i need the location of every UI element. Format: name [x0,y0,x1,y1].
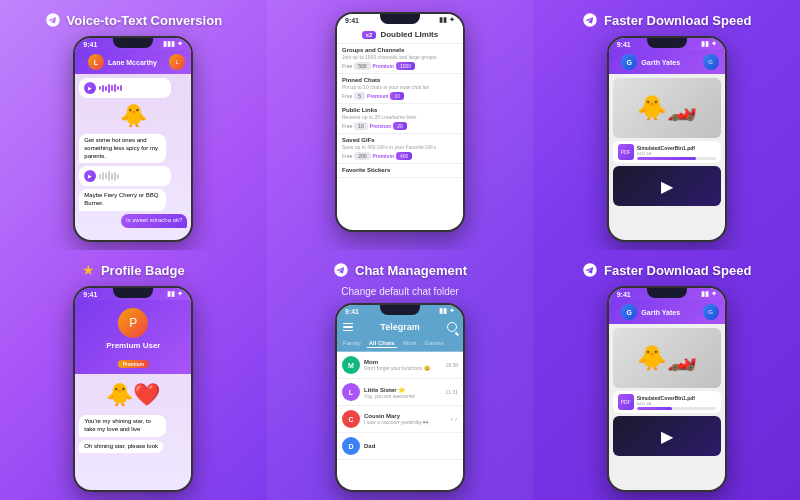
waveform-2 [99,171,119,181]
folder-allchats[interactable]: All Chats [367,339,397,348]
limit-desc-public: Reserve up to 20 t.me/name links [342,114,458,120]
contact-info-sister: Little Sister ⭐ Yay, you are awesome! [364,386,441,399]
feature-header-download-2: Faster Download Speed [582,262,751,278]
progress-bar-2 [637,407,716,410]
contact-name-dad: Dad [364,443,458,449]
telegram-title: Telegram [380,322,419,332]
profile-badge-cell: ★ Profile Badge 9:41 ▮▮ ✦ P Premium User… [0,250,267,500]
feature-header-profile: ★ Profile Badge [82,262,185,278]
limit-label-stickers: Favorite Stickers [342,167,458,173]
phone-profile: 9:41 ▮▮ ✦ P Premium User Premium 🐥❤️ You… [73,286,193,492]
download-content: 🐥🏎️ PDF SimulatedCoverBtn1.pdf 6411 kB [609,74,725,210]
phone-notch-6 [647,288,687,298]
feature-title-chat-mgmt: Chat Management [355,263,467,278]
limits-header: x2 Doubled LImits [337,26,463,44]
limit-label-gifs: Saved GIFs [342,137,458,143]
download-content-2: 🐥🏎️ PDF SimulatedCoverBtn1.pdf 6411 kB ▶ [609,324,725,460]
time-dl: 9:41 [617,41,631,48]
feature-title-profile: Profile Badge [101,263,185,278]
limit-desc-pinned: Pin up to 10 chats in your main chat lis… [342,84,458,90]
phone-download: 9:41 ▮▮ ✦ ‹ G Garth Yates G 🐥🏎️ PDF Simu… [607,36,727,242]
avatar-cousin: C [342,410,360,428]
file-info-1: SimulatedCoverBtn1.pdf 6411 kB [637,145,716,160]
back-arrow-icon: ‹ [81,58,84,67]
phone-notch-3 [647,38,687,48]
time-display: 9:41 [83,41,97,48]
progress-bar-1 [637,157,716,160]
play-icon-video: ▶ [661,177,673,196]
feature-header-download: Faster Download Speed [582,12,751,28]
play-button-2[interactable]: ▶ [84,170,96,182]
chat-header-voice: ‹ L Lane Mccarthy L [75,50,191,74]
folder-games[interactable]: Games [423,339,446,348]
premium-bar-g: 400 [396,152,412,160]
contact-sister[interactable]: L Little Sister ⭐ Yay, you are awesome! … [337,379,463,406]
message-3: Is sweet sriracha ok? [121,214,187,228]
contact-msg-sister: Yay, you are awesome! [364,393,441,399]
free-label-g: Free [342,153,352,159]
folder-tabs: Family All Chats Work Games [337,337,463,352]
feature-subtitle-chat-mgmt: Change default chat folder [341,286,458,297]
folder-work[interactable]: Work [401,339,419,348]
image-preview-2: 🐥🏎️ [613,328,721,388]
free-bar-g: 200 [354,152,370,160]
contact-mom[interactable]: M Mom Don't forget your lunchbox 😊 19:38 [337,352,463,379]
signal-dl2: ▮▮ ✦ [701,290,717,298]
duck-racing-emoji-2: 🐥🏎️ [637,344,697,372]
chat-user-name: Lane Mccarthy [108,59,165,66]
search-icon[interactable] [447,322,457,332]
waveform [99,83,122,93]
limit-row-groups: Groups and Channels Join up to 1000 chan… [337,44,463,74]
free-bar-pl: 10 [354,122,368,130]
folder-family[interactable]: Family [341,339,363,348]
doubled-limits-cell: 9:41 ▮▮ ✦ x2 Doubled LImits Groups and C… [267,0,534,250]
free-label: Free [342,63,352,69]
file-item-1: PDF SimulatedCoverBtn1.pdf 6411 kB [613,141,721,163]
premium-label-p: Premium [367,93,388,99]
telegram-icon-2 [582,12,598,28]
phone-screen-download: 9:41 ▮▮ ✦ ‹ G Garth Yates G 🐥🏎️ PDF Simu… [609,38,725,240]
image-preview: 🐥🏎️ [613,78,721,138]
chat-header-dl2: ‹ G Garth Yates G [609,300,725,324]
premium-label: Premium [373,63,394,69]
telegram-icon [45,12,61,28]
contact-dad[interactable]: D Dad [337,433,463,460]
avatar: L [88,54,104,70]
limit-desc-gifs: Save up to 400 GIFs in your Favorite GIF… [342,144,458,150]
hamburger-icon[interactable] [343,323,353,332]
message-1: Get some hot ones and something less spi… [79,134,165,163]
free-bar: 500 [354,62,370,70]
contact-time-sister: 11:31 [445,389,458,395]
contact-cousin[interactable]: C Cousin Mary I saw a raccoon yesterday … [337,406,463,433]
premium-bar-pl: 20 [393,122,407,130]
message-2: Maybe Fiery Cherry or BBQ Burner. [79,189,165,211]
phone-screen-download-2: 9:41 ▮▮ ✦ ‹ G Garth Yates G 🐥🏎️ PDF Simu… [609,288,725,490]
avatar-dad: D [342,437,360,455]
limit-label-pinned: Pinned Chats [342,77,458,83]
phone-download-2: 9:41 ▮▮ ✦ ‹ G Garth Yates G 🐥🏎️ PDF Simu… [607,286,727,492]
phone-screen-telegram: 9:41 ▮▮ ✦ Telegram Family All Chats Work… [337,305,463,490]
phone-limits: 9:41 ▮▮ ✦ x2 Doubled LImits Groups and C… [335,12,465,232]
time-dl2: 9:41 [617,291,631,298]
contact-time-cousin: ✓✓ [450,416,458,422]
contact-list: M Mom Don't forget your lunchbox 😊 19:38… [337,352,463,460]
limit-row-pinned: Pinned Chats Pin up to 10 chats in your … [337,74,463,104]
free-label-p: Free [342,93,352,99]
video-preview-2: ▶ [613,416,721,456]
limit-label-public: Public Links [342,107,458,113]
profile-messages: 🐥❤️ You're my shining star, to take my l… [75,374,191,457]
premium-label-pl: Premium [370,123,391,129]
telegram-header: Telegram [337,317,463,337]
chat-name-dl2: Garth Yates [641,309,698,316]
file-size-2: 6411 kB [637,401,716,406]
voice-message-1: ▶ [79,78,171,98]
limit-bars-groups: Free 500 Premium 1000 [342,62,458,70]
profile-name: Premium User [81,341,185,350]
play-button[interactable]: ▶ [84,82,96,94]
duck-emoji: 🐥 [79,103,187,129]
signal-profile: ▮▮ ✦ [167,290,183,298]
feature-title-download-2: Faster Download Speed [604,263,751,278]
file-icon-2: PDF [618,394,634,410]
time-tg: 9:41 [345,308,359,315]
limit-row-public: Public Links Reserve up to 20 t.me/name … [337,104,463,134]
